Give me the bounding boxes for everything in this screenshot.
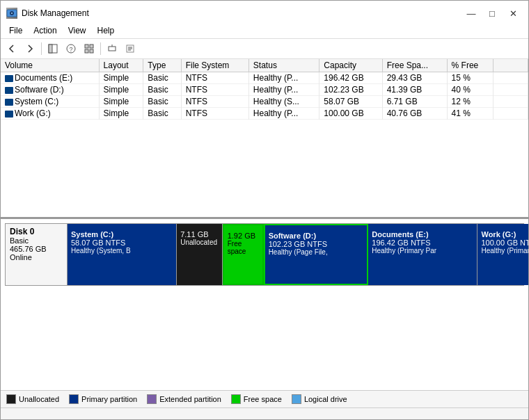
cell-pct: 12 %: [447, 96, 493, 108]
toolbar-separator-1: [41, 42, 42, 55]
toolbar: ?: [1, 39, 528, 59]
cell-capacity: 196.42 GB: [319, 72, 382, 84]
legend-item-4: Logical drive: [292, 394, 347, 404]
cell-volume: System (C:): [1, 96, 99, 108]
svg-rect-8: [90, 45, 93, 48]
disk-mini-icon: [5, 75, 13, 82]
show-hide-button[interactable]: [45, 41, 61, 56]
properties-button[interactable]: [122, 41, 139, 56]
partition-documents[interactable]: Documents (E:)196.42 GB NTFSHealthy (Pri…: [368, 224, 477, 285]
cell-type: Basic: [143, 72, 181, 84]
menu-file[interactable]: File: [3, 24, 28, 37]
cell-pct: 40 %: [447, 84, 493, 96]
col-pctfree: % Free: [447, 59, 493, 72]
col-layout: Layout: [99, 59, 143, 72]
partition-stripe: [68, 224, 176, 228]
table-row[interactable]: Work (G:) Simple Basic NTFS Healthy (P..…: [1, 108, 528, 120]
table-header-row: Volume Layout Type File System Status Ca…: [1, 59, 528, 72]
cell-fs: NTFS: [181, 84, 248, 96]
window-title: Disk Management: [22, 8, 89, 18]
partition-stripe: [368, 224, 477, 228]
cell-extra: [494, 72, 528, 84]
legend-item-1: Primary partition: [69, 394, 137, 404]
partition-system[interactable]: System (C:)58.07 GB NTFSHealthy (System,…: [68, 224, 177, 285]
partition-stripe: [477, 224, 528, 228]
cell-layout: Simple: [99, 96, 143, 108]
partition-size: 7.11 GB: [180, 230, 219, 239]
partition-name: Documents (E:): [372, 230, 473, 239]
main-content: Volume Layout Type File System Status Ca…: [1, 59, 528, 407]
legend-color: [292, 394, 301, 404]
partition-freespace[interactable]: 1.92 GBFree space: [223, 224, 264, 285]
svg-rect-11: [109, 47, 116, 51]
svg-point-2: [11, 13, 13, 14]
cell-type: Basic: [143, 96, 181, 108]
cell-layout: Simple: [99, 84, 143, 96]
col-type: Type: [143, 59, 181, 72]
col-capacity: Capacity: [319, 59, 382, 72]
menu-view[interactable]: View: [63, 24, 92, 37]
cell-free: 41.39 GB: [382, 84, 447, 96]
close-button[interactable]: ✕: [503, 6, 523, 20]
disk-0-partitions: System (C:)58.07 GB NTFSHealthy (System,…: [68, 223, 524, 286]
partition-stripe: [265, 225, 368, 229]
cell-volume: Documents (E:): [1, 72, 99, 84]
status-bar: [1, 407, 528, 419]
minimize-button[interactable]: —: [461, 6, 481, 20]
cell-capacity: 58.07 GB: [319, 96, 382, 108]
cell-extra: [494, 108, 528, 120]
partition-size: 100.00 GB NTFS: [481, 239, 528, 247]
col-extra: [494, 59, 528, 72]
partition-sub: Free space: [228, 240, 259, 255]
legend-label: Extended partition: [159, 395, 221, 403]
disk-mini-icon: [5, 87, 13, 94]
partition-unallocated[interactable]: 7.11 GBUnallocated: [177, 224, 223, 285]
disk-table: Volume Layout Type File System Status Ca…: [1, 59, 528, 120]
partition-name: Work (G:): [481, 230, 528, 239]
forward-button[interactable]: [22, 41, 38, 56]
legend-item-2: Extended partition: [147, 394, 221, 404]
table-row[interactable]: System (C:) Simple Basic NTFS Healthy (S…: [1, 96, 528, 108]
legend-label: Logical drive: [304, 395, 347, 403]
menu-action[interactable]: Action: [28, 24, 62, 37]
cell-extra: [494, 96, 528, 108]
disk-0-name: Disk 0: [10, 227, 63, 236]
col-freespace: Free Spa...: [382, 59, 447, 72]
cell-volume: Work (G:): [1, 108, 99, 120]
title-buttons: — □ ✕: [461, 6, 523, 20]
legend-color: [69, 394, 79, 404]
cell-pct: 15 %: [447, 72, 493, 84]
menu-help[interactable]: Help: [92, 24, 120, 37]
cell-type: Basic: [143, 108, 181, 120]
partition-name: Software (D:): [269, 232, 364, 240]
cell-fs: NTFS: [181, 72, 248, 84]
back-button[interactable]: [3, 41, 20, 56]
svg-rect-4: [49, 45, 52, 53]
partition-size: 1.92 GB: [228, 232, 259, 240]
disk-mini-icon: [5, 99, 13, 106]
partition-work[interactable]: Work (G:)100.00 GB NTFSHealthy (Primary …: [477, 224, 528, 285]
col-filesystem: File System: [181, 59, 248, 72]
snap-button[interactable]: [104, 41, 120, 56]
partition-sub: Healthy (Page File,: [269, 248, 364, 256]
disk-table-section: Volume Layout Type File System Status Ca…: [1, 59, 528, 219]
col-status: Status: [248, 59, 319, 72]
cell-free: 40.76 GB: [382, 108, 447, 120]
help-button[interactable]: ?: [63, 41, 79, 56]
cell-status: Healthy (P...: [248, 108, 319, 120]
legend-color: [147, 394, 157, 404]
partition-software[interactable]: Software (D:)102.23 GB NTFSHealthy (Page…: [264, 224, 369, 285]
maximize-button[interactable]: □: [482, 6, 502, 20]
partition-sub: Healthy (Primary Par: [372, 247, 473, 255]
table-row[interactable]: Software (D:) Simple Basic NTFS Healthy …: [1, 84, 528, 96]
cell-status: Healthy (P...: [248, 72, 319, 84]
svg-rect-7: [85, 45, 88, 48]
disk-0-label: Disk 0 Basic 465.76 GB Online: [5, 223, 68, 286]
legend-color: [6, 394, 16, 404]
cell-status: Healthy (S...: [248, 96, 319, 108]
disk-0-row: Disk 0 Basic 465.76 GB Online System (C:…: [5, 223, 524, 286]
view-button[interactable]: [81, 41, 97, 56]
table-row[interactable]: Documents (E:) Simple Basic NTFS Healthy…: [1, 72, 528, 84]
cell-fs: NTFS: [181, 108, 248, 120]
legend-label: Free space: [244, 395, 282, 403]
